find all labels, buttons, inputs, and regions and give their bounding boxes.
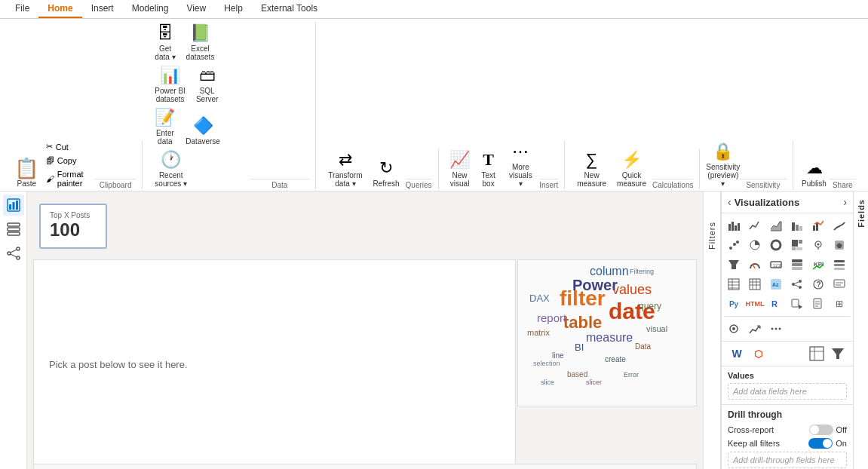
line-chart-icon[interactable] <box>746 216 764 234</box>
filter-viz-icon[interactable] <box>829 345 847 363</box>
cut-button[interactable]: ✂ Cut <box>43 140 94 153</box>
expand-viz-icon[interactable]: › <box>843 196 847 208</box>
filled-map-icon[interactable] <box>830 236 848 254</box>
tab-help[interactable]: Help <box>215 0 252 18</box>
report-view-icon[interactable] <box>3 195 24 216</box>
cross-report-toggle[interactable]: Off <box>809 425 847 435</box>
svg-point-98 <box>771 328 774 330</box>
pie-chart-icon[interactable] <box>746 236 764 254</box>
svg-rect-65 <box>834 264 845 266</box>
dataverse-button[interactable]: 🔷 Dataverse <box>181 115 225 147</box>
left-nav <box>0 192 27 469</box>
refresh-button[interactable]: ↻ Refresh <box>369 157 404 189</box>
sensitivity-icon: 🔒 <box>713 142 733 161</box>
format-icon[interactable] <box>725 320 743 338</box>
new-measure-button[interactable]: ∑ Newmeasure <box>572 149 611 189</box>
copy-button[interactable]: 🗐 Copy <box>43 155 94 167</box>
cross-report-label: Cross-report <box>728 425 774 434</box>
model-view-icon[interactable] <box>3 243 24 264</box>
svg-rect-40 <box>799 226 802 231</box>
more-powerbi-icon[interactable]: ⊞ <box>830 295 848 313</box>
kpi-icon[interactable]: KPI <box>809 256 827 274</box>
analytics-icon[interactable] <box>746 320 764 338</box>
collapse-viz-icon[interactable]: ‹ <box>728 196 732 208</box>
recent-sources-button[interactable]: 🕐 Recentsources ▾ <box>150 149 192 189</box>
enter-data-button[interactable]: 📝 Enterdata <box>150 106 179 147</box>
combo-chart-icon[interactable] <box>809 216 827 234</box>
filters-panel[interactable]: Filters <box>703 192 721 469</box>
new-visual-button[interactable]: 📈 Newvisual <box>446 149 474 189</box>
tab-insert[interactable]: Insert <box>82 0 123 18</box>
svg-rect-86 <box>834 280 845 287</box>
svg-rect-61 <box>792 263 802 266</box>
stacked-bar-icon[interactable] <box>788 216 806 234</box>
excel-button[interactable]: 📗 Exceldatasets <box>182 22 219 63</box>
area-chart-icon[interactable] <box>767 216 785 234</box>
qa-text-icon[interactable] <box>788 295 806 313</box>
sql-icon: 🗃 <box>199 66 216 85</box>
svg-rect-60 <box>792 259 802 262</box>
scatter-chart-icon[interactable] <box>725 236 743 254</box>
share-group: ☁ Publish Share <box>795 157 863 189</box>
data-label: Data <box>250 179 309 189</box>
powerbi-datasets-button[interactable]: 📊 Power BIdatasets <box>150 64 190 105</box>
text-box-button[interactable]: T Textbox <box>475 149 502 189</box>
more-visuals-button[interactable]: ⋯ Morevisuals ▾ <box>504 140 538 189</box>
svg-rect-90 <box>792 299 799 307</box>
svg-point-99 <box>775 328 778 330</box>
python-icon[interactable]: Py <box>725 295 743 313</box>
tab-external-tools[interactable]: External Tools <box>252 0 327 18</box>
data-view-icon[interactable] <box>3 219 24 240</box>
cross-report-track[interactable] <box>809 425 833 435</box>
paginated-icon[interactable] <box>809 295 827 313</box>
html5-icon[interactable]: ⬡ <box>749 345 767 363</box>
svg-text:Az: Az <box>772 282 779 287</box>
azure-map-icon[interactable]: Az <box>767 275 785 293</box>
paste-button[interactable]: 📋 Paste <box>12 157 41 189</box>
table-icon[interactable] <box>725 275 743 293</box>
tab-file[interactable]: File <box>6 0 38 18</box>
tab-modeling[interactable]: Modeling <box>123 0 178 18</box>
smart-narrative-icon[interactable] <box>830 275 848 293</box>
card-icon[interactable]: 123 <box>767 256 785 274</box>
treemap-icon[interactable] <box>788 236 806 254</box>
format-painter-button[interactable]: 🖌 Format painter <box>43 168 94 189</box>
slicer-icon[interactable] <box>830 256 848 274</box>
word-icon[interactable]: W <box>728 345 746 363</box>
sql-server-button[interactable]: 🗃 SQLServer <box>192 64 222 105</box>
donut-chart-icon[interactable] <box>767 236 785 254</box>
multirow-card-icon[interactable] <box>788 256 806 274</box>
keep-filters-track[interactable] <box>808 438 833 449</box>
quick-measure-button[interactable]: ⚡ Quickmeasure <box>612 149 651 189</box>
top-card-value: 100 <box>50 219 97 241</box>
qa-icon[interactable]: ? <box>809 275 827 293</box>
svg-text:123: 123 <box>773 263 781 268</box>
sensitivity-button[interactable]: 🔒 Sensitivity(preview) ▾ <box>707 140 738 189</box>
get-data-button[interactable]: 🗄 Getdata ▾ <box>150 22 179 63</box>
top-x-posts-card[interactable]: Top X Posts 100 <box>39 204 107 249</box>
fields-panel[interactable]: Fields <box>853 192 868 469</box>
map-icon[interactable] <box>809 236 827 254</box>
ribbon-chart-icon[interactable] <box>830 216 848 234</box>
transform-data-button[interactable]: ⇄ Transformdata ▾ <box>324 149 367 189</box>
tab-view[interactable]: View <box>177 0 215 18</box>
funnel-icon[interactable] <box>725 256 743 274</box>
add-values-field[interactable]: Add data fields here <box>728 383 847 400</box>
svg-rect-36 <box>735 225 737 231</box>
bar-chart-icon[interactable] <box>725 216 743 234</box>
table-viz-icon[interactable] <box>808 345 826 363</box>
keep-filters-toggle[interactable]: On <box>808 438 847 449</box>
enter-data-icon: 📝 <box>155 108 175 127</box>
html-icon[interactable]: HTML <box>746 295 764 313</box>
gauge-icon[interactable] <box>746 256 764 274</box>
visualizations-panel: ‹ Visualizations › <box>721 192 853 469</box>
tab-home[interactable]: Home <box>38 0 81 18</box>
add-drill-field[interactable]: Add drill-through fields here <box>728 452 847 468</box>
more-options-icon[interactable] <box>767 320 785 338</box>
publish-button[interactable]: ☁ Publish <box>801 157 828 189</box>
matrix-icon[interactable] <box>746 275 764 293</box>
svg-line-83 <box>795 285 799 287</box>
pick-post-text: Pick a post below to see it here. <box>49 359 188 370</box>
decomp-tree-icon[interactable] <box>788 275 806 293</box>
r-visual-icon[interactable]: R <box>767 295 785 313</box>
